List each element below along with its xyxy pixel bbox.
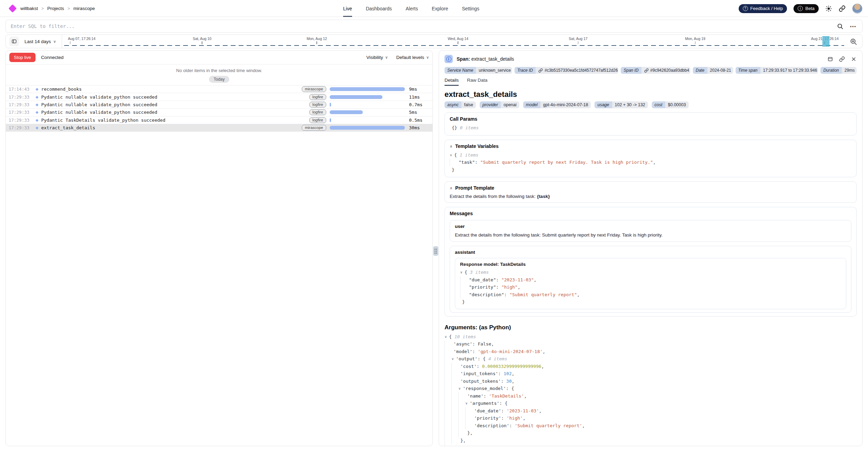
json-str: "Submit quarterly report" [509,292,577,297]
log-row[interactable]: 17:29:33◆Pydantic nullable validate_pyth… [6,109,432,116]
assistant-role-label: assistant [455,249,846,255]
tab-explore[interactable]: Explore [432,0,448,17]
breadcrumb: willbakst>Projects>mirascope [20,6,95,11]
timeline-tick-label: Sat, Aug 10 [193,37,211,41]
timeline-track[interactable]: Aug 07, 17:26:14Sat, Aug 10Mon, Aug 12We… [64,35,844,48]
log-row[interactable]: 17:14:43◆recommend_booksmirascope9ms [6,86,432,93]
tab-settings[interactable]: Settings [462,0,479,17]
expander-icon[interactable]: ∨ [465,401,470,405]
indent-guide [451,363,458,370]
badge-value: 17:29:33.917 to 17:29:33.946 [760,67,818,74]
meta-badge-time-span: Time span17:29:33.917 to 17:29:33.946 [736,67,818,74]
json-punc: , [534,277,537,282]
badge-value: false [461,101,476,108]
breadcrumb-item-mirascope[interactable]: mirascope [73,6,95,11]
sql-filter-input[interactable] [6,23,837,29]
badge-label: async [445,101,461,108]
expander-icon[interactable]: ∨ [445,335,449,339]
log-row[interactable]: 17:29:33◆Pydantic nullable validate_pyth… [6,101,432,109]
json-num: 30 [506,379,512,384]
response-model-title: Response model: TaskDetails [460,261,841,267]
theme-toggle-icon[interactable] [825,5,832,12]
time-range-dropdown[interactable]: Last 14 days ∨ [24,39,56,44]
tab-alerts[interactable]: Alerts [406,0,418,17]
indent-guide [445,429,451,437]
beta-button[interactable]: i Beta [794,4,819,13]
expander-icon[interactable]: ∨ [451,357,456,361]
json-punc: , [541,364,544,369]
empty-message: No older items in the selected time wind… [6,68,432,73]
json-line: 'model': 'gpt-4o-mini-2024-07-18', [445,348,857,355]
json-punc: , [512,371,515,376]
json-punc: : [472,349,478,354]
log-row[interactable]: 17:29:33◆extract_task_detailsmirascope30… [6,124,432,132]
log-span-name: recommend_books [41,87,81,92]
expander-icon[interactable]: ∨ [460,270,465,274]
json-punc: , [491,341,494,347]
user-role-label: user [455,223,846,229]
indent-guide [445,392,451,400]
feedback-help-label: Feedback / Help [750,6,783,11]
timeline-selection-handle[interactable] [822,36,829,47]
scope-tag-logfire[interactable]: logfire [309,109,326,115]
sidebar-toggle-icon[interactable] [9,37,19,46]
visibility-dropdown[interactable]: Visibility ∨ [366,55,388,60]
log-span-name: extract_task_details [41,125,95,130]
more-options-icon[interactable]: ⋯ [850,22,857,30]
link-icon[interactable] [538,68,543,73]
user-avatar[interactable] [852,3,862,14]
collapse-chevron-icon[interactable]: ∧ [450,186,452,190]
scope-tag-logfire[interactable]: logfire [309,94,326,100]
breadcrumb-item-Projects[interactable]: Projects [47,6,64,11]
breadcrumb-item-willbakst[interactable]: willbakst [20,6,38,11]
log-timestamp: 17:14:43 [9,87,36,92]
json-punc: , [653,160,656,165]
today-badge[interactable]: Today [209,76,229,83]
tab-raw-data[interactable]: Raw Data [467,78,487,86]
tab-dashboards[interactable]: Dashboards [366,0,392,17]
timeline-tick-mark [578,41,579,44]
default-levels-dropdown[interactable]: Default levels ∨ [396,55,429,60]
topbar-left: willbakst>Projects>mirascope [10,0,95,17]
log-row[interactable]: 17:29:33◆Pydantic TaskDetails validate_p… [6,117,432,124]
search-icon[interactable] [837,23,844,30]
topbar-right: ? Feedback / Help i Beta [739,0,862,17]
tab-live[interactable]: Live [343,0,352,17]
tab-details[interactable]: Details [445,78,459,86]
link-icon[interactable] [644,68,649,73]
stop-live-button[interactable]: Stop live [9,53,36,62]
sql-filter-bar: ⋯ [6,20,862,33]
json-line: 'input_tokens': 102, [445,370,857,378]
live-log-panel: Stop live Connected Visibility ∨ Default… [6,50,433,446]
indent-guide [451,385,458,392]
scope-tag-mirascope[interactable]: mirascope [302,125,326,131]
log-duration: 30ms [409,125,430,130]
json-punc: , [523,415,526,421]
json-line: }, [445,429,857,437]
badge-value-text: #9c942620aa93dbb4 [650,68,689,73]
default-levels-label: Default levels [396,55,424,60]
duration-bar [330,110,363,114]
badge-value-text: unknown_service [479,68,511,73]
panel-layout-icon[interactable] [827,56,833,62]
meta-badge-span-id: Span ID#9c942620aa93dbb4 [621,67,690,74]
expander-icon[interactable]: ∨ [450,153,454,157]
scope-tag-logfire[interactable]: logfire [309,102,326,108]
log-row[interactable]: 17:29:33◆Pydantic nullable validate_pyth… [6,93,432,101]
log-timestamp: 17:29:33 [9,118,36,123]
duration-bar [330,118,331,122]
json-key: 'async' [453,341,472,347]
share-link-icon[interactable] [839,5,846,12]
collapse-chevron-icon[interactable]: ∧ [450,144,452,149]
zoom-in-icon[interactable] [849,38,857,46]
panel-resize-handle[interactable] [433,246,438,256]
copy-link-icon[interactable] [839,56,845,62]
feedback-help-button[interactable]: ? Feedback / Help [739,4,787,13]
close-icon[interactable] [851,56,857,62]
meta-badge-duration: Duration29ms [820,67,857,74]
expander-icon[interactable]: ∨ [458,387,463,390]
logfire-logo-diamond-icon[interactable] [8,4,17,12]
json-punc: } [462,299,465,304]
scope-tag-logfire[interactable]: logfire [309,117,326,123]
scope-tag-mirascope[interactable]: mirascope [302,86,326,92]
